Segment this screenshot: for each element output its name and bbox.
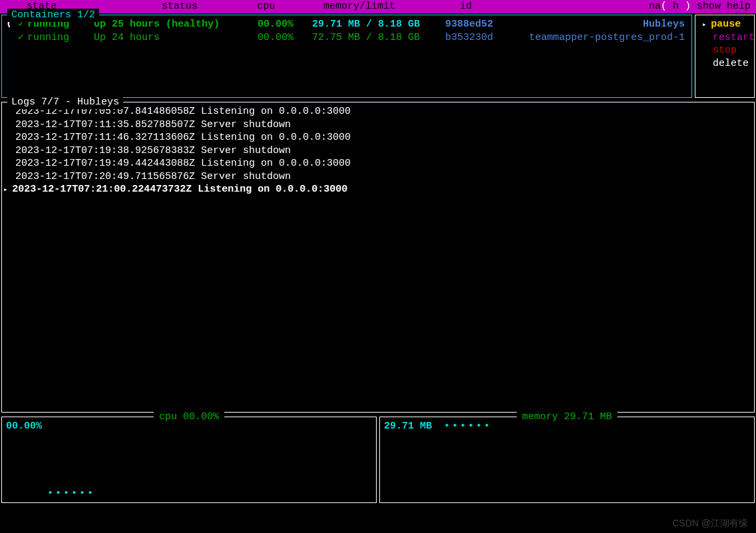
container-row[interactable]: ✓runningUp 24 hours00.00%72.75 MB / 8.18… bbox=[6, 31, 687, 45]
memory-value: 29.71 MB bbox=[384, 420, 432, 433]
containers-panel[interactable]: Containers 1/2 ❪✓runningUp 25 hours (hea… bbox=[1, 15, 692, 98]
containers-title: Containers 1/2 bbox=[7, 9, 99, 22]
logs-title: Logs 7/7 - Hubleys bbox=[7, 96, 123, 109]
cpu-value: 00.00% bbox=[6, 420, 42, 433]
cpu-panel: cpu 00.00% 00.00% •••••• bbox=[1, 417, 377, 503]
action-stop[interactable]: stop bbox=[699, 44, 750, 57]
cpu-value: 00.00% bbox=[240, 18, 293, 31]
log-line: 2023-12-17T07:11:46.327113606Z Listening… bbox=[6, 131, 750, 144]
action-restart[interactable]: restart bbox=[699, 31, 750, 45]
id-value: b353230d bbox=[420, 31, 493, 45]
cursor-icon bbox=[6, 31, 18, 45]
memory-value: 29.71 MB / 8.18 GB bbox=[293, 18, 420, 31]
cpu-chart-dots: •••••• bbox=[47, 487, 95, 500]
col-cpu: cpu bbox=[240, 0, 293, 13]
memory-panel: memory 29.71 MB 29.71 MB •••••• bbox=[379, 417, 755, 503]
action-pause[interactable]: pause bbox=[699, 18, 750, 31]
log-line: 2023-12-17T07:20:49.711565876Z Server sh… bbox=[6, 170, 750, 184]
help-hint[interactable]: na( h ) show help bbox=[649, 0, 756, 13]
log-line: 2023-12-17T07:21:00.224473732Z Listening… bbox=[6, 183, 750, 196]
status-value: Up 24 hours bbox=[94, 31, 240, 45]
status-value: Up 25 hours (healthy) bbox=[94, 18, 240, 31]
memory-chart-dots: •••••• bbox=[444, 420, 492, 433]
memory-value: 72.75 MB / 8.18 GB bbox=[293, 31, 420, 45]
header-bar: state status cpu memory/limit id na( h )… bbox=[0, 0, 756, 13]
name-value: teammapper-postgres_prod-1 bbox=[493, 31, 687, 45]
cpu-value: 00.00% bbox=[240, 31, 293, 45]
logs-panel[interactable]: Logs 7/7 - Hubleys 2023-12-17T07:05:07.8… bbox=[1, 102, 755, 413]
col-id: id bbox=[426, 0, 506, 13]
cpu-title: cpu 00.00% bbox=[154, 411, 224, 424]
col-memory: memory/limit bbox=[293, 0, 426, 13]
log-line: 2023-12-17T07:19:38.925678383Z Server sh… bbox=[6, 144, 750, 158]
memory-title: memory 29.71 MB bbox=[516, 411, 617, 424]
action-delete[interactable]: delete bbox=[699, 57, 750, 71]
name-value: Hubleys bbox=[493, 18, 687, 31]
watermark: CSDN @江湖有缘 bbox=[672, 517, 748, 529]
log-line: 2023-12-17T07:19:49.442443088Z Listening… bbox=[6, 157, 750, 170]
actions-panel[interactable]: pauserestartstopdelete bbox=[695, 15, 755, 98]
check-icon: ✓ bbox=[18, 31, 27, 45]
col-status: status bbox=[120, 0, 240, 13]
state-value: running bbox=[27, 31, 94, 45]
container-row[interactable]: ❪✓runningUp 25 hours (healthy)00.00%29.7… bbox=[6, 18, 687, 31]
id-value: 9388ed52 bbox=[420, 18, 493, 31]
log-line: 2023-12-17T07:11:35.852788507Z Server sh… bbox=[6, 118, 750, 132]
